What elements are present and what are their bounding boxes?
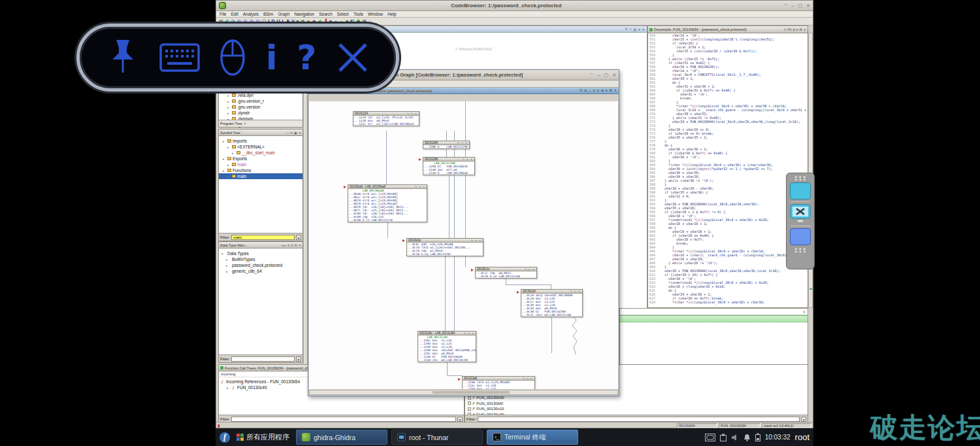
notifications-bell-icon[interactable] xyxy=(743,434,751,441)
listing-header-icon[interactable]: ▾ xyxy=(638,27,640,31)
disconnect-button[interactable] xyxy=(790,204,811,224)
toolbar-icon[interactable]: ▲ xyxy=(339,19,344,24)
toolbar-icon[interactable]: ◧ xyxy=(350,19,355,24)
toolbar-icon[interactable]: ▥ xyxy=(250,19,254,24)
graph-node[interactable]: 00130c0c ✎ ▭ ✕ ...0c0c add x26,x26,#0x88… xyxy=(406,238,483,256)
toolbar-icon[interactable]: ✦ xyxy=(306,19,310,24)
filter-funnel-icon[interactable]: ▼ xyxy=(296,235,301,240)
toolbar-icon[interactable]: ◈ xyxy=(312,19,316,24)
listing-header-icon[interactable]: ⎘ xyxy=(625,27,628,31)
symbol-tree-item[interactable]: ▸__libc_start_main xyxy=(219,150,302,156)
menu-item[interactable]: Tools xyxy=(353,12,363,16)
data-type-filter-input[interactable] xyxy=(231,356,295,362)
clipboard-icon[interactable] xyxy=(720,434,727,441)
filter-funnel-icon[interactable]: ▼ xyxy=(296,356,301,362)
graph-header-icon[interactable]: ▾ xyxy=(606,88,608,93)
checkbox[interactable] xyxy=(468,407,471,411)
menu-item[interactable]: BSim xyxy=(263,12,274,16)
close-icon[interactable]: ✕ xyxy=(802,310,806,314)
toolbar-icon[interactable]: L xyxy=(282,19,285,24)
symbol-tree-item[interactable]: ▸Functions xyxy=(219,167,302,173)
toolbar-icon[interactable]: F xyxy=(287,19,289,24)
toolbar-icon[interactable]: V xyxy=(291,19,295,24)
toolbar-icon[interactable]: U xyxy=(277,19,280,24)
taskbar-item-ghidra[interactable]: ghidra-Ghidra xyxy=(296,430,387,445)
outgoing-filter-input[interactable] xyxy=(478,417,800,422)
taskbar-item-thunar[interactable]: root - Thunar xyxy=(391,430,483,445)
data-types-root[interactable]: ▾ Data Types xyxy=(219,250,302,256)
graph-header-icon[interactable]: ⊞ xyxy=(610,88,612,93)
maximize-icon[interactable]: ▢ xyxy=(798,3,803,9)
menu-item[interactable]: Navigation xyxy=(295,12,315,16)
home-icon[interactable]: ⌂ xyxy=(287,131,289,135)
battery-icon[interactable] xyxy=(755,433,760,441)
graph-horizontal-scrollbar[interactable] xyxy=(309,390,618,395)
tab-close-icon[interactable]: ✕ xyxy=(244,122,247,126)
data-type-item[interactable]: ▸generic_clib_64 xyxy=(219,268,302,274)
menu-item[interactable]: Help xyxy=(387,12,396,16)
menu-item[interactable]: Select xyxy=(337,12,349,16)
program-tree-tab[interactable]: Program Tree xyxy=(220,122,242,126)
outgoing-reference-item[interactable]: FFUN_00130c10 xyxy=(468,406,504,412)
graph-node[interactable]: 00130c1c ✎ ▭ ✕ ...0c1c cmp w0,#0x1...0c2… xyxy=(475,267,537,279)
data-type-item[interactable]: ▸BuiltInTypes xyxy=(219,256,302,262)
toolbar-icon[interactable]: ▤ xyxy=(219,19,223,24)
listing-header-icon[interactable]: ⌖ xyxy=(630,27,632,31)
keyboard-button[interactable] xyxy=(159,43,200,72)
volume-icon[interactable] xyxy=(731,434,739,441)
code-line[interactable]: 572 uVar28 = FUN_00138000(local_3bc0,uVa… xyxy=(648,120,808,124)
code-line[interactable]: 618 *(char *)((long)&local_38c8 + uVar28… xyxy=(648,300,808,304)
toolbar-icon[interactable]: ■ xyxy=(346,19,348,24)
graph-header-icon[interactable]: ⊕ xyxy=(601,88,604,93)
close-icon[interactable]: ✕ xyxy=(299,243,301,247)
control-button-bottom[interactable] xyxy=(790,228,811,245)
menu-item[interactable]: Graph xyxy=(278,12,289,16)
listing-header-icon[interactable]: ▤ xyxy=(634,27,637,31)
shade-icon[interactable]: ⌃ xyxy=(784,3,788,9)
graph-node[interactable]: 00130c24 ✎ ▭ ✕ ...0c24 adrp x0=>DAT_0013… xyxy=(521,289,583,317)
graph-node-buttons[interactable]: ✎ ▭ ✕ xyxy=(525,268,535,271)
graph-node-buttons[interactable]: ✎ ▭ ✕ xyxy=(407,112,417,115)
toolbar-icon[interactable]: ⇄ xyxy=(301,19,304,24)
symbol-tree-item[interactable]: ▸main xyxy=(219,173,302,179)
outgoing-reference-item[interactable]: FFUN_00130bf0 xyxy=(468,401,504,407)
codebrowser-titlebar[interactable]: CodeBrowser: 1:/password_check.protected… xyxy=(216,1,813,11)
toolbar-icon[interactable]: ● xyxy=(335,19,337,24)
dropdown-icon[interactable]: ▾ xyxy=(287,243,289,247)
symbol-tree-item[interactable]: ▸<EXTERNAL> xyxy=(219,144,302,150)
symbol-tree-item[interactable]: ▸main xyxy=(219,162,302,167)
filter-funnel-icon[interactable]: ▼ xyxy=(801,417,806,422)
toolbar-icon[interactable]: ▥ xyxy=(243,19,248,24)
program-tree-item[interactable]: ▸.gnu.version xyxy=(225,104,302,110)
filter-funnel-icon[interactable]: ▼ xyxy=(457,417,463,422)
menu-item[interactable]: File xyxy=(220,12,226,16)
decompile-header-icon[interactable]: ✕ xyxy=(804,27,806,32)
decompile-header-icon[interactable]: ⊞ xyxy=(800,27,802,32)
graph-node[interactable]: 00131298 ✎ ▭ ✕ LAB_00131298...1298 bl FU… xyxy=(423,157,475,175)
back-icon[interactable]: ◂ xyxy=(282,243,284,247)
symbol-tree-header[interactable]: Symbol Tree ⌂⟳▣✕ xyxy=(219,129,302,136)
menu-item[interactable]: Analysis xyxy=(243,12,259,16)
graph-node-buttons[interactable]: ✎ ▭ ✕ xyxy=(471,239,482,242)
graph-node[interactable]: 00131286 ✎ ▭ ✕ ...1288 b LAB_00131298 xyxy=(423,141,470,149)
help-button[interactable]: ? xyxy=(297,41,316,75)
shade-icon[interactable]: ⌃ xyxy=(590,73,594,78)
forward-icon[interactable]: ▸ xyxy=(284,243,286,247)
graph-node[interactable]: 001312a8 ✎ ▭ ✕ ...12a8 ldrb w1,[x29,#0x8… xyxy=(462,376,535,389)
collapse-icon[interactable]: ⊟ xyxy=(295,243,297,247)
toolbar-icon[interactable]: ▐ xyxy=(323,19,327,24)
decompile-header-icon[interactable]: Fb xyxy=(788,27,792,32)
close-button[interactable] xyxy=(336,41,370,75)
control-button-top[interactable] xyxy=(790,182,811,199)
camera-icon[interactable]: ▣ xyxy=(294,131,297,135)
close-icon[interactable]: ✕ xyxy=(612,73,616,78)
checkbox[interactable] xyxy=(468,396,471,400)
refresh-icon[interactable]: ⟳ xyxy=(290,243,293,247)
data-type-manager-header[interactable]: Data Type Man... ◂▸▾⟳⊟✕ xyxy=(219,242,302,249)
graph-header-icon[interactable]: ⎘ xyxy=(580,88,583,93)
graph-node-buttons[interactable]: ✎ ▭ ✕ xyxy=(464,332,474,335)
toolbar-icon[interactable]: ✚ xyxy=(357,19,361,24)
graph-header-icon[interactable]: ⇄ xyxy=(593,88,595,93)
graph-header-icon[interactable]: ▾ xyxy=(597,88,599,93)
toolbar-icon[interactable]: ⬓ xyxy=(262,19,267,24)
